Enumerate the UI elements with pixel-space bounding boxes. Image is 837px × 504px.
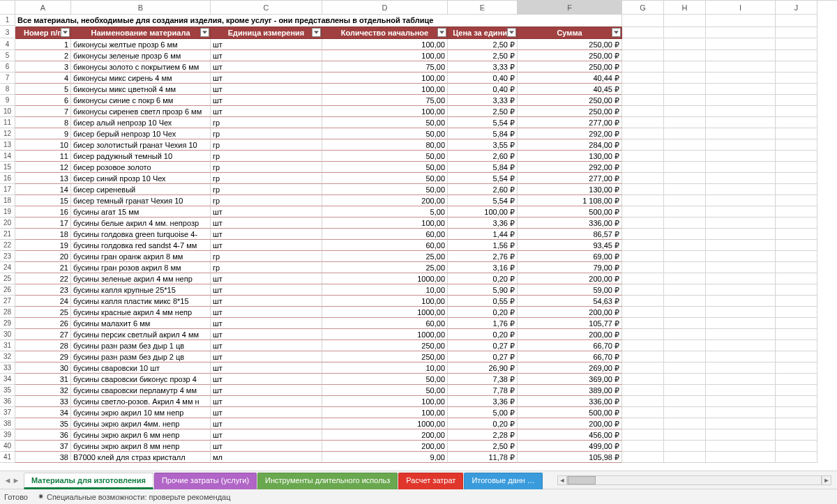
empty-cell[interactable] (622, 217, 664, 229)
empty-cell[interactable] (664, 452, 706, 463)
empty-cell[interactable] (776, 139, 817, 151)
cell-price[interactable]: 5,54 ₽ (448, 195, 518, 206)
cell-number[interactable]: 13 (15, 173, 71, 184)
empty-cell[interactable] (664, 340, 706, 351)
cell-sum[interactable]: 277,00 ₽ (518, 117, 622, 128)
cell-qty[interactable]: 100,00 (322, 84, 448, 95)
cell-qty[interactable]: 250,00 (322, 351, 448, 362)
empty-cell[interactable] (706, 61, 776, 72)
cell-qty[interactable]: 9,00 (322, 452, 448, 463)
empty-cell[interactable] (706, 162, 776, 173)
cell-sum[interactable]: 336,00 ₽ (518, 396, 622, 407)
cell-sum[interactable]: 105,98 ₽ (518, 452, 622, 463)
cell-qty[interactable]: 75,00 (322, 61, 448, 72)
row-header[interactable]: 29 (0, 318, 15, 329)
filter-dropdown-icon[interactable] (312, 28, 321, 37)
cell-sum[interactable]: 456,00 ₽ (518, 429, 622, 441)
empty-cell[interactable] (706, 318, 776, 329)
cell-qty[interactable]: 200,00 (322, 429, 448, 441)
cell-sum[interactable]: 200,00 ₽ (518, 307, 622, 318)
empty-cell[interactable] (706, 262, 776, 273)
cell-price[interactable]: 2,76 ₽ (448, 251, 518, 262)
cell-unit[interactable]: шт (211, 407, 322, 418)
cell-qty[interactable]: 200,00 (322, 195, 448, 206)
cell-number[interactable]: 10 (15, 139, 71, 151)
column-header-unit[interactable]: Единица измерения (211, 27, 322, 39)
empty-cell[interactable] (622, 273, 664, 284)
cell-price[interactable]: 5,84 ₽ (448, 162, 518, 173)
cell-number[interactable]: 14 (15, 184, 71, 195)
cell-unit[interactable]: гр (211, 262, 322, 273)
cell-name[interactable]: бусины экрю акрил 6 мм непр (71, 429, 211, 441)
empty-cell[interactable] (664, 351, 706, 362)
cell-price[interactable]: 0,20 ₽ (448, 329, 518, 340)
cell-price[interactable]: 0,20 ₽ (448, 273, 518, 284)
cell-number[interactable]: 20 (15, 251, 71, 262)
row-header[interactable]: 19 (0, 206, 15, 217)
cell-name[interactable]: бисер синий прозр 10 Чех (71, 173, 211, 184)
row-header[interactable]: 8 (0, 84, 15, 95)
empty-cell[interactable] (776, 84, 817, 95)
cell-sum[interactable]: 250,00 ₽ (518, 39, 622, 50)
empty-cell[interactable] (776, 284, 817, 296)
empty-cell[interactable] (622, 151, 664, 162)
cell-price[interactable]: 3,36 ₽ (448, 396, 518, 407)
cell-number[interactable]: 29 (15, 351, 71, 362)
cell-number[interactable]: 27 (15, 329, 71, 340)
cell-name[interactable]: бисер темный гранат Чехия 10 (71, 195, 211, 206)
cell-unit[interactable]: гр (211, 251, 322, 262)
cell-price[interactable]: 3,33 ₽ (448, 61, 518, 72)
row-header[interactable]: 9 (0, 95, 15, 106)
cell-number[interactable]: 4 (15, 72, 71, 84)
cell-name[interactable]: бусины сваровски биконус прозр 4 (71, 374, 211, 385)
empty-cell[interactable] (776, 385, 817, 396)
cell-name[interactable]: бусины разн разм без дыр 2 цв (71, 351, 211, 362)
cell-number[interactable]: 22 (15, 273, 71, 284)
cell-number[interactable]: 2 (15, 50, 71, 61)
cell-name[interactable]: биконусы золото с покрытием 6 мм (71, 61, 211, 72)
empty-cell[interactable] (706, 429, 776, 441)
col-header-G[interactable]: G (622, 1, 664, 15)
filter-dropdown-icon[interactable] (61, 28, 70, 37)
empty-cell[interactable] (706, 106, 776, 117)
cell-qty[interactable]: 100,00 (322, 72, 448, 84)
empty-cell[interactable] (706, 351, 776, 362)
cell-price[interactable]: 26,90 ₽ (448, 362, 518, 374)
cell-name[interactable]: бусины гран оранж акрил 8 мм (71, 251, 211, 262)
empty-cell[interactable] (664, 84, 706, 95)
cell-sum[interactable]: 130,00 ₽ (518, 151, 622, 162)
empty-cell[interactable] (622, 184, 664, 195)
cell-name[interactable]: бусины голдовка green turquoise 4- (71, 229, 211, 240)
cell-name[interactable]: бусины экрю акрил 4мм. непр (71, 418, 211, 429)
row-header[interactable]: 24 (0, 262, 15, 273)
empty-cell[interactable] (622, 95, 664, 106)
cell-sum[interactable]: 59,00 ₽ (518, 284, 622, 296)
col-header-F[interactable]: F (518, 1, 622, 15)
empty-cell[interactable] (664, 39, 706, 50)
row-header[interactable]: 22 (0, 240, 15, 251)
cell-price[interactable]: 7,78 ₽ (448, 385, 518, 396)
empty-cell[interactable] (706, 418, 776, 429)
cell-sum[interactable]: 269,00 ₽ (518, 362, 622, 374)
empty-cell[interactable] (776, 50, 817, 61)
cell-unit[interactable]: шт (211, 273, 322, 284)
nav-prev-icon[interactable]: ◄ (4, 475, 11, 485)
col-header-I[interactable]: I (706, 1, 776, 15)
empty-cell[interactable] (706, 452, 776, 463)
cell-price[interactable]: 0,20 ₽ (448, 307, 518, 318)
cell-number[interactable]: 19 (15, 240, 71, 251)
row-header[interactable]: 21 (0, 229, 15, 240)
cell-number[interactable]: 36 (15, 429, 71, 441)
empty-cell[interactable] (706, 273, 776, 284)
cell-number[interactable]: 34 (15, 407, 71, 418)
col-header-H[interactable]: H (664, 1, 706, 15)
empty-cell[interactable] (664, 151, 706, 162)
row-header[interactable]: 12 (0, 128, 15, 139)
empty-cell[interactable] (776, 195, 817, 206)
cell-number[interactable]: 11 (15, 151, 71, 162)
empty-cell[interactable] (706, 284, 776, 296)
empty-cell[interactable] (706, 251, 776, 262)
empty-cell[interactable] (706, 441, 776, 452)
empty-cell[interactable] (622, 262, 664, 273)
empty-cell[interactable] (622, 318, 664, 329)
